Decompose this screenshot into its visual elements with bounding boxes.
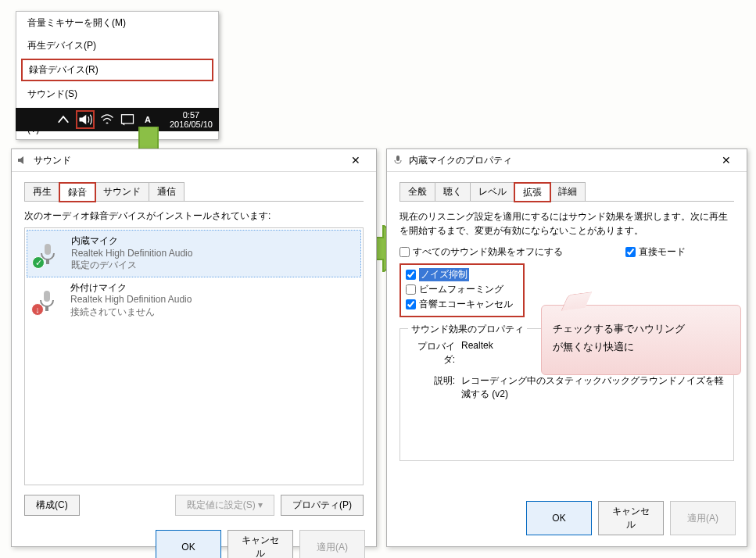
properties-button[interactable]: プロパティ(P)	[281, 495, 364, 516]
device-status: 既定のデバイス	[71, 259, 192, 272]
cancel-button[interactable]: キャンセル	[228, 530, 293, 558]
down-badge-icon: ↓	[31, 303, 44, 316]
mic-icon: ✓	[34, 239, 62, 267]
configure-button[interactable]: 構成(C)	[24, 495, 80, 516]
disable-all-effects-input[interactable]	[399, 247, 410, 257]
callout-line2: が無くなり快適に	[553, 338, 729, 356]
mic-icon	[392, 154, 404, 166]
ctx-item-volume-mixer[interactable]: 音量ミキサーを開く(M)	[16, 12, 218, 34]
sound-window: サウンド ✕ 再生 録音 サウンド 通信 次のオーディオ録音デバイスがインストー…	[11, 148, 377, 547]
props-tabs: 全般 聴く レベル 拡張 詳細	[399, 183, 734, 202]
props-footer: OK キャンセル 適用(A)	[387, 493, 747, 546]
direct-mode-input[interactable]	[625, 247, 636, 257]
svg-rect-7	[396, 156, 399, 161]
tab-general[interactable]: 全般	[399, 182, 435, 201]
taskbar-up-icon[interactable]	[56, 112, 71, 127]
svg-rect-5	[44, 291, 50, 302]
sound-close-button[interactable]: ✕	[340, 152, 371, 168]
help-text: 現在のリスニング設定を適用にするにはサウンド効果を選択します。次に再生を開始する…	[399, 209, 734, 238]
sound-tabs: 再生 録音 サウンド 通信	[24, 183, 364, 202]
ok-button[interactable]: OK	[526, 501, 592, 535]
ok-button[interactable]: OK	[156, 530, 221, 558]
device-list: ✓ 内蔵マイク Realtek High Definition Audio 既定…	[24, 227, 364, 485]
device-name: 内蔵マイク	[71, 235, 192, 248]
callout-line1: チェックする事でハウリング	[553, 320, 729, 338]
apply-button[interactable]: 適用(A)	[670, 501, 736, 535]
ctx-item-recording-devices[interactable]: 録音デバイス(R)	[21, 59, 213, 81]
disable-all-effects-checkbox[interactable]: すべてのサウンド効果をオフにする	[399, 245, 563, 259]
sound-titlebar: サウンド ✕	[12, 149, 376, 172]
enhancement-beamforming[interactable]: ビームフォーミング	[406, 283, 518, 296]
direct-mode-checkbox[interactable]: 直接モード	[625, 245, 686, 259]
description-value: レコーディング中のスタティックバックグラウンドノイズを軽減する (v2)	[461, 374, 724, 401]
enhancement-echo-cancel-label: 音響エコーキャンセル	[419, 298, 513, 311]
description-label: 説明:	[410, 374, 455, 401]
device-internal-mic[interactable]: ✓ 内蔵マイク Realtek High Definition Audio 既定…	[27, 230, 361, 277]
taskbar-date: 2016/05/10	[170, 120, 213, 129]
mic-icon: ↓	[33, 286, 61, 314]
apply-button[interactable]: 適用(A)	[299, 530, 365, 558]
svg-rect-4	[46, 259, 49, 264]
tab-listen[interactable]: 聴く	[435, 182, 471, 201]
ctx-item-sounds[interactable]: サウンド(S)	[16, 83, 218, 106]
svg-rect-6	[45, 306, 48, 311]
tab-advanced[interactable]: 詳細	[550, 182, 586, 201]
sound-title: サウンド	[34, 154, 71, 167]
enhancement-noise-suppression-label: ノイズ抑制	[419, 268, 469, 281]
enhancement-echo-cancel[interactable]: 音響エコーキャンセル	[406, 298, 518, 311]
enhancement-beamforming-input[interactable]	[406, 284, 416, 295]
tab-levels[interactable]: レベル	[470, 182, 515, 201]
device-list-heading: 次のオーディオ録音デバイスがインストールされています:	[24, 209, 364, 223]
tab-sounds[interactable]: サウンド	[95, 182, 149, 201]
sound-footer: OK キャンセル 適用(A)	[12, 522, 376, 558]
check-badge-icon: ✓	[32, 256, 45, 269]
tab-enhancements[interactable]: 拡張	[514, 183, 550, 202]
taskbar-notification-icon[interactable]	[120, 112, 135, 127]
device-status: 接続されていません	[70, 306, 192, 319]
enhancement-noise-suppression[interactable]: ノイズ抑制	[406, 268, 518, 281]
props-titlebar: 内蔵マイクのプロパティ ✕	[387, 149, 747, 172]
set-default-label: 既定値に設定(S)	[187, 499, 256, 510]
tab-recording[interactable]: 録音	[59, 183, 95, 202]
device-driver: Realtek High Definition Audio	[71, 248, 192, 260]
taskbar-ime-icon[interactable]: A	[140, 112, 156, 127]
enhancements-box: ノイズ抑制 ビームフォーミング 音響エコーキャンセル	[399, 263, 525, 317]
direct-mode-label: 直接モード	[639, 245, 686, 259]
enhancement-echo-cancel-input[interactable]	[406, 299, 416, 309]
svg-rect-0	[122, 115, 134, 123]
effect-properties-legend: サウンド効果のプロパティ	[408, 323, 527, 336]
device-external-mic[interactable]: ↓ 外付けマイク Realtek High Definition Audio 接…	[27, 277, 361, 324]
device-name: 外付けマイク	[70, 282, 192, 295]
taskbar-clock[interactable]: 0:57 2016/05/10	[170, 110, 219, 129]
callout-bubble: チェックする事でハウリング が無くなり快適に	[541, 305, 741, 375]
props-close-button[interactable]: ✕	[711, 152, 742, 168]
chevron-down-icon	[256, 499, 263, 510]
device-driver: Realtek High Definition Audio	[70, 294, 192, 306]
disable-all-effects-label: すべてのサウンド効果をオフにする	[413, 245, 563, 259]
enhancement-beamforming-label: ビームフォーミング	[419, 283, 503, 296]
props-title: 内蔵マイクのプロパティ	[409, 154, 512, 167]
taskbar-time: 0:57	[170, 110, 213, 120]
provider-label: プロバイダ:	[410, 340, 455, 367]
taskbar-wifi-icon[interactable]	[99, 112, 115, 127]
svg-rect-3	[45, 244, 51, 255]
tab-communications[interactable]: 通信	[149, 182, 185, 201]
taskbar-sound-icon[interactable]	[76, 110, 95, 129]
set-default-button[interactable]: 既定値に設定(S)	[175, 495, 274, 516]
enhancement-noise-suppression-input[interactable]	[406, 270, 416, 280]
cancel-button[interactable]: キャンセル	[598, 501, 664, 535]
tab-playback[interactable]: 再生	[24, 182, 60, 201]
taskbar: A 0:57 2016/05/10	[16, 108, 219, 131]
speaker-icon	[16, 154, 29, 166]
ctx-item-playback-devices[interactable]: 再生デバイス(P)	[16, 34, 218, 57]
